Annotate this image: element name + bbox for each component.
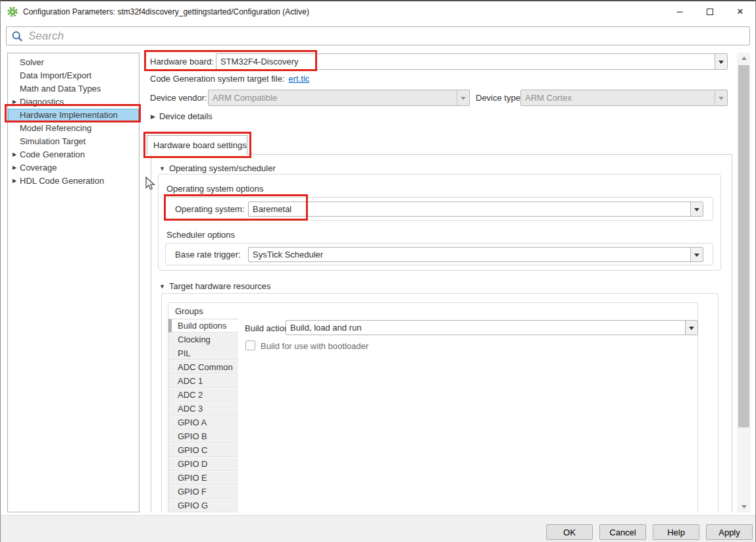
maximize-icon (707, 9, 713, 15)
group-tab-adc-2[interactable]: ADC 2 (168, 388, 238, 402)
tab-hardware-board-settings[interactable]: Hardware board settings (147, 135, 247, 155)
device-vendor-dropdown: ARM Compatible (208, 90, 470, 106)
search-icon (11, 30, 23, 42)
target-resources-header: Target hardware resources (169, 281, 271, 291)
target-file-row: Code Generation system target file: ert.… (150, 74, 309, 84)
group-tab-gpio-e[interactable]: GPIO E (168, 471, 238, 485)
group-tab-gpio-b[interactable]: GPIO B (168, 429, 238, 443)
expand-arrow-icon: ▶ (151, 113, 155, 120)
hardware-board-value: STM32F4-Discovery (216, 54, 715, 69)
build-action-label: Build action: (245, 323, 291, 333)
groups-container: Groups Build optionsClockingPILADC Commo… (168, 302, 698, 512)
device-details-label: Device details (159, 111, 213, 121)
tab-label: Hardware board settings (153, 140, 247, 150)
os-options-groupbox: Operating system: Baremetal (165, 197, 713, 221)
group-tab-gpio-g[interactable]: GPIO G (168, 499, 238, 512)
group-tab-gpio-f[interactable]: GPIO F (168, 485, 238, 499)
sidebar-item-model-referencing[interactable]: Model Referencing (8, 122, 139, 135)
apply-button[interactable]: Apply (706, 524, 753, 540)
target-resources-expander[interactable]: ▼ Target hardware resources (159, 281, 271, 291)
hardware-board-label: Hardware board: (150, 57, 214, 67)
scroll-up-icon[interactable] (737, 53, 751, 64)
os-scheduler-header: Operating system/scheduler (169, 163, 276, 173)
operating-system-label: Operating system: (175, 204, 245, 214)
dropdown-arrow-icon[interactable] (690, 202, 703, 216)
dropdown-arrow-icon[interactable] (715, 54, 727, 69)
hardware-board-settings-pane: ▼ Operating system/scheduler Operating s… (151, 154, 732, 512)
expand-arrow-icon[interactable]: ▶ (8, 95, 20, 109)
sidebar-item-hdl-code-generation[interactable]: ▶HDL Code Generation (8, 175, 139, 188)
close-button[interactable]: ✕ (725, 1, 755, 22)
sidebar-list: SolverData Import/ExportMath and Data Ty… (8, 56, 139, 188)
sidebar-item-code-generation[interactable]: ▶Code Generation (8, 148, 139, 161)
collapse-arrow-icon: ▼ (159, 283, 165, 290)
cancel-button[interactable]: Cancel (599, 524, 646, 540)
sidebar-item-simulation-target[interactable]: Simulation Target (8, 135, 139, 148)
sidebar-item-solver[interactable]: Solver (8, 56, 139, 69)
groups-label: Groups (175, 306, 203, 316)
search-placeholder: Search (28, 30, 64, 43)
collapse-arrow-icon: ▼ (159, 165, 165, 172)
os-scheduler-expander[interactable]: ▼ Operating system/scheduler (159, 163, 276, 173)
bootloader-checkbox-label: Build for use with bootloader (261, 341, 368, 351)
sidebar-item-label: HDL Code Generation (20, 175, 104, 188)
groups-list: Build optionsClockingPILADC CommonADC 1A… (168, 319, 238, 512)
group-tab-adc-common[interactable]: ADC Common (168, 360, 238, 374)
group-tab-clocking[interactable]: Clocking (168, 333, 238, 346)
group-tab-adc-1[interactable]: ADC 1 (168, 374, 238, 388)
group-tab-gpio-a[interactable]: GPIO A (168, 416, 238, 429)
sidebar-item-label: Diagnostics (20, 95, 64, 109)
sidebar-item-label: Simulation Target (20, 135, 86, 148)
operating-system-dropdown[interactable]: Baremetal (248, 202, 703, 217)
group-tab-gpio-c[interactable]: GPIO C (168, 443, 238, 457)
simulink-gear-icon (7, 7, 18, 17)
sidebar-item-diagnostics[interactable]: ▶Diagnostics (8, 95, 139, 109)
sidebar-item-coverage[interactable]: ▶Coverage (8, 161, 139, 175)
expand-arrow-icon[interactable]: ▶ (8, 148, 20, 161)
bootloader-checkbox[interactable] (245, 340, 255, 350)
target-resources-panel: Groups Build optionsClockingPILADC Commo… (161, 293, 718, 512)
sidebar-item-label: Solver (20, 56, 44, 69)
target-file-label: Code Generation system target file: (150, 74, 285, 84)
configuration-parameters-window: Configuration Parameters: stm32f4discove… (0, 0, 756, 542)
dropdown-arrow-icon[interactable] (690, 248, 703, 261)
expand-arrow-icon[interactable]: ▶ (8, 161, 20, 175)
ok-button[interactable]: OK (546, 524, 593, 540)
expand-arrow-icon[interactable]: ▶ (8, 175, 20, 188)
sidebar-item-label: Data Import/Export (20, 69, 91, 82)
minimize-icon: ─ (676, 7, 682, 16)
sidebar-item-hardware-implementation[interactable]: Hardware Implementation (8, 109, 139, 122)
search-input[interactable]: Search (6, 26, 750, 45)
dropdown-arrow-icon (457, 90, 469, 105)
operating-system-value: Baremetal (249, 202, 690, 216)
sidebar-item-label: Hardware Implementation (20, 109, 118, 122)
help-button[interactable]: Help (653, 524, 699, 540)
scheduler-options-group-label: Scheduler options (166, 230, 235, 240)
group-tab-adc-3[interactable]: ADC 3 (168, 402, 238, 416)
device-details-expander[interactable]: ▶ Device details (151, 111, 213, 121)
hardware-board-dropdown[interactable]: STM32F4-Discovery (216, 53, 728, 70)
minimize-button[interactable]: ─ (665, 1, 695, 22)
group-tab-build-options[interactable]: Build options (168, 319, 238, 333)
device-vendor-value: ARM Compatible (209, 90, 457, 105)
scheduler-options-groupbox: Base rate trigger: SysTick Scheduler (165, 243, 713, 265)
ert-tlc-link[interactable]: ert.tlc (289, 74, 310, 84)
base-rate-trigger-label: Base rate trigger: (175, 250, 241, 259)
group-tab-gpio-d[interactable]: GPIO D (168, 457, 238, 471)
base-rate-trigger-dropdown[interactable]: SysTick Scheduler (248, 247, 703, 262)
title-bar: Configuration Parameters: stm32f4discove… (1, 1, 755, 22)
vertical-scrollbar[interactable] (737, 53, 751, 512)
sidebar-item-data-import-export[interactable]: Data Import/Export (8, 69, 139, 82)
sidebar-tree: SolverData Import/ExportMath and Data Ty… (7, 53, 139, 512)
close-icon: ✕ (737, 7, 744, 16)
build-action-dropdown[interactable]: Build, load and run (286, 320, 698, 335)
sidebar-item-math-and-data-types[interactable]: Math and Data Types (8, 82, 139, 95)
scroll-thumb[interactable] (738, 65, 749, 427)
maximize-button[interactable] (695, 1, 725, 22)
footer-bar: OKCancelHelpApply (1, 515, 755, 542)
scroll-down-icon[interactable] (737, 501, 751, 512)
sidebar-item-label: Coverage (20, 161, 57, 175)
dropdown-arrow-icon[interactable] (685, 321, 697, 335)
sidebar-item-label: Math and Data Types (20, 82, 101, 95)
group-tab-pil[interactable]: PIL (168, 346, 238, 360)
